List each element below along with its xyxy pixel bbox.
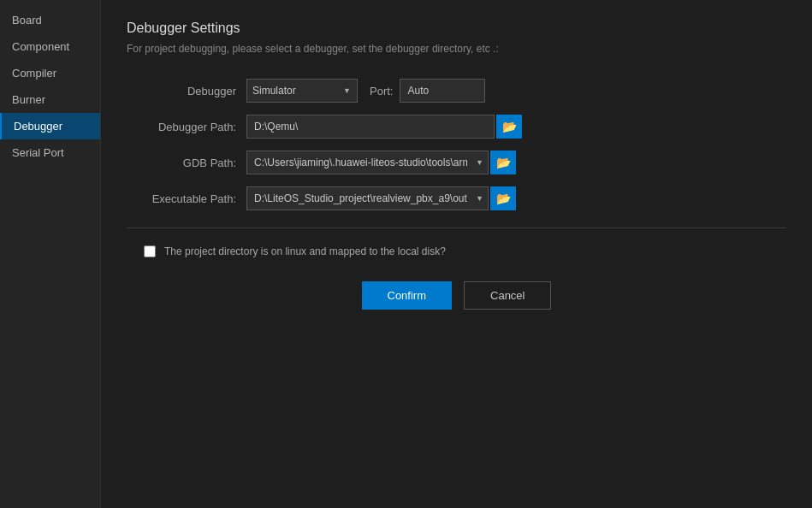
button-row: Confirm Cancel — [127, 281, 786, 310]
page-title: Debugger Settings — [127, 21, 786, 36]
sidebar-item-serial-port-label: Serial Port — [12, 146, 64, 159]
sidebar-item-burner[interactable]: Burner — [0, 86, 100, 113]
checkbox-label[interactable]: The project directory is on linux and ma… — [164, 245, 446, 257]
sidebar-item-serial-port[interactable]: Serial Port — [0, 139, 100, 166]
confirm-button[interactable]: Confirm — [362, 281, 453, 310]
port-input[interactable] — [400, 79, 485, 103]
executable-path-label: Executable Path: — [127, 192, 246, 205]
folder-icon: 📂 — [496, 156, 511, 169]
gdb-path-label: GDB Path: — [127, 157, 246, 169]
sidebar-item-burner-label: Burner — [12, 93, 45, 106]
gdb-path-input[interactable] — [246, 151, 489, 174]
debugger-port-row: Debugger Simulator OpenOCD JLink Port: — [127, 79, 786, 103]
gdb-path-input-wrapper: ▼ — [246, 151, 489, 174]
gdb-path-browse-button[interactable]: 📂 — [490, 151, 516, 174]
sidebar-item-board-label: Board — [12, 14, 42, 27]
executable-path-input[interactable] — [246, 186, 489, 210]
cancel-label: Cancel — [490, 289, 525, 302]
main-content: Debugger Settings For project debugging,… — [101, 0, 812, 508]
folder-icon: 📂 — [502, 120, 517, 133]
folder-icon: 📂 — [496, 192, 511, 205]
debugger-label: Debugger — [127, 85, 246, 97]
port-label: Port: — [370, 85, 393, 97]
debugger-select[interactable]: Simulator OpenOCD JLink — [246, 79, 358, 103]
sidebar-item-component[interactable]: Component — [0, 33, 100, 60]
executable-path-input-wrapper: ▼ — [246, 186, 489, 210]
debugger-path-row: Debugger Path: 📂 — [127, 115, 786, 139]
checkbox-row: The project directory is on linux and ma… — [127, 245, 786, 257]
sidebar-item-compiler-label: Compiler — [12, 67, 56, 80]
page-description: For project debugging, please select a d… — [127, 43, 786, 55]
sidebar-item-debugger-label: Debugger — [14, 120, 62, 133]
sidebar-item-board[interactable]: Board — [0, 7, 100, 33]
executable-path-browse-button[interactable]: 📂 — [490, 186, 516, 210]
debugger-path-input[interactable] — [246, 115, 495, 139]
sidebar-item-compiler[interactable]: Compiler — [0, 60, 100, 86]
linux-map-checkbox[interactable] — [144, 245, 156, 257]
sidebar-item-debugger[interactable]: Debugger — [0, 113, 100, 139]
confirm-label: Confirm — [388, 289, 427, 302]
executable-path-row: Executable Path: ▼ 📂 — [127, 186, 786, 210]
section-divider — [127, 227, 786, 228]
sidebar-item-component-label: Component — [12, 40, 69, 53]
debugger-path-browse-button[interactable]: 📂 — [496, 115, 522, 139]
cancel-button[interactable]: Cancel — [464, 281, 551, 310]
debugger-path-label: Debugger Path: — [127, 121, 246, 133]
gdb-path-row: GDB Path: ▼ 📂 — [127, 151, 786, 174]
form-section: Debugger Simulator OpenOCD JLink Port: D… — [127, 79, 786, 210]
debugger-select-wrapper: Simulator OpenOCD JLink — [246, 79, 358, 103]
sidebar: Board Component Compiler Burner Debugger… — [0, 0, 101, 508]
